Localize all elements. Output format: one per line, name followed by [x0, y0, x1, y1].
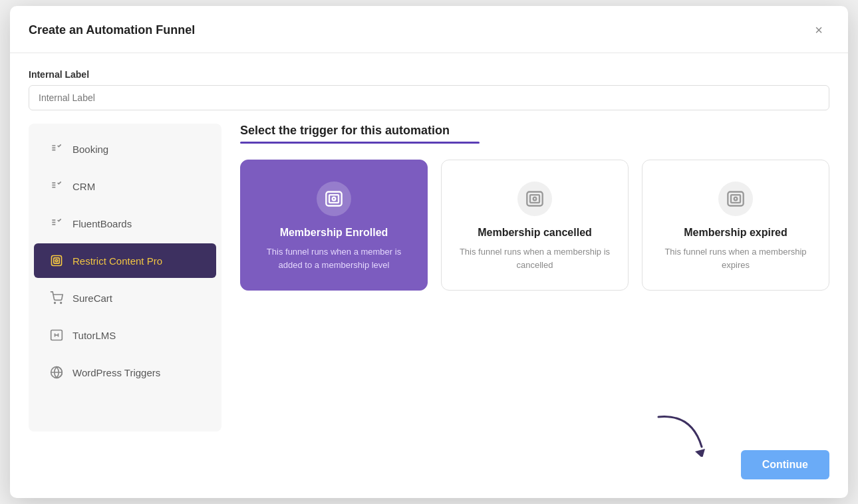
- sidebar-label-rcp: Restrict Content Pro: [72, 255, 162, 267]
- dialog-footer: Continue: [10, 450, 848, 498]
- crm-icon: [49, 178, 65, 194]
- svg-point-11: [55, 259, 57, 261]
- svg-rect-10: [54, 258, 59, 263]
- trigger-heading: Select the trigger for this automation: [240, 124, 829, 138]
- card-title-enrolled: Membership Enrolled: [280, 227, 388, 239]
- sidebar-label-booking: Booking: [72, 144, 108, 155]
- tutorlms-icon: [49, 327, 65, 343]
- card-title-expired: Membership expired: [684, 227, 787, 239]
- surecart-icon: [49, 290, 65, 306]
- rcp-icon: [49, 253, 65, 269]
- sidebar-label-crm: CRM: [72, 181, 95, 192]
- dialog-body: Internal Label Booking: [10, 53, 848, 450]
- card-desc-cancelled: This funnel runs when a membership is ca…: [455, 245, 615, 271]
- membership-cancelled-icon: [517, 182, 552, 216]
- svg-rect-9: [52, 256, 62, 266]
- trigger-card-membership-cancelled[interactable]: Membership cancelled This funnel runs wh…: [441, 160, 629, 291]
- sidebar-item-fluentboards[interactable]: FluentBoards: [34, 206, 216, 241]
- sidebar-label-surecart: SureCart: [72, 293, 112, 304]
- sidebar-item-restrict-content-pro[interactable]: Restrict Content Pro: [34, 243, 216, 278]
- svg-rect-26: [731, 195, 740, 203]
- svg-rect-23: [530, 195, 539, 203]
- sidebar: Booking CRM: [29, 124, 221, 432]
- svg-point-12: [55, 303, 56, 304]
- internal-label-section: Internal Label: [29, 69, 829, 110]
- fluentboards-icon: [49, 215, 65, 231]
- svg-rect-22: [527, 192, 542, 206]
- svg-marker-28: [695, 449, 705, 457]
- wordpress-icon: [49, 364, 65, 380]
- svg-point-13: [61, 303, 62, 304]
- create-automation-dialog: Create an Automation Funnel × Internal L…: [10, 6, 848, 498]
- trigger-card-membership-expired[interactable]: Membership expired This funnel runs when…: [642, 160, 829, 291]
- continue-button[interactable]: Continue: [741, 450, 829, 479]
- card-desc-enrolled: This funnel runs when a member is added …: [254, 245, 414, 271]
- sidebar-label-wordpress: WordPress Triggers: [72, 367, 160, 378]
- card-title-cancelled: Membership cancelled: [478, 227, 592, 239]
- dialog-title: Create an Automation Funnel: [29, 23, 195, 37]
- sidebar-item-tutorlms[interactable]: TutorLMS: [34, 318, 216, 352]
- arrow-hint: [652, 410, 712, 459]
- main-content: Booking CRM: [29, 124, 829, 432]
- internal-label-input[interactable]: [29, 85, 829, 110]
- trigger-card-membership-enrolled[interactable]: Membership Enrolled This funnel runs whe…: [240, 160, 428, 291]
- svg-point-24: [533, 197, 537, 201]
- card-desc-expired: This funnel runs when a membership expir…: [656, 245, 815, 271]
- sidebar-item-surecart[interactable]: SureCart: [34, 281, 216, 315]
- membership-enrolled-icon: [317, 182, 351, 216]
- trigger-underline: [240, 142, 480, 144]
- internal-label-label: Internal Label: [29, 69, 829, 80]
- trigger-section: Select the trigger for this automation M…: [240, 124, 829, 432]
- sidebar-item-crm[interactable]: CRM: [34, 169, 216, 203]
- membership-expired-icon: [718, 182, 753, 216]
- svg-rect-20: [329, 195, 339, 203]
- sidebar-label-tutorlms: TutorLMS: [72, 330, 116, 341]
- close-button[interactable]: ×: [808, 19, 829, 41]
- sidebar-label-fluentboards: FluentBoards: [72, 218, 132, 229]
- svg-point-21: [333, 197, 336, 201]
- svg-point-27: [734, 197, 738, 201]
- sidebar-item-booking[interactable]: Booking: [34, 132, 216, 166]
- trigger-cards: Membership Enrolled This funnel runs whe…: [240, 160, 829, 291]
- sidebar-item-wordpress-triggers[interactable]: WordPress Triggers: [34, 355, 216, 390]
- dialog-header: Create an Automation Funnel ×: [10, 6, 848, 53]
- booking-icon: [49, 141, 65, 157]
